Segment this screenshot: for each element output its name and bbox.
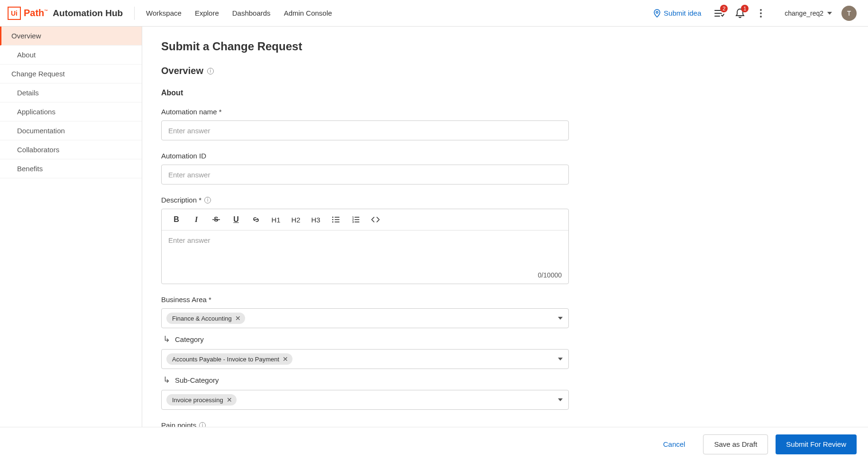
chevron-down-icon xyxy=(827,12,832,15)
avatar[interactable]: T xyxy=(841,6,857,21)
input-automation-name[interactable] xyxy=(161,120,569,140)
info-icon[interactable]: i xyxy=(204,197,211,203)
logo[interactable]: Ui Path™ Automation Hub xyxy=(8,7,123,20)
chip-remove-icon[interactable]: ✕ xyxy=(282,355,289,363)
chip-label: Accounts Payable - Invoice to Payment xyxy=(172,356,279,363)
section-overview-title: Overview i xyxy=(161,65,849,76)
description-char-counter: 0/10000 xyxy=(162,268,568,284)
cancel-button[interactable]: Cancel xyxy=(653,434,696,454)
nav-workspace[interactable]: Workspace xyxy=(146,9,182,17)
sidebar-item-applications[interactable]: Applications xyxy=(0,102,142,121)
rte-h1-button[interactable]: H1 xyxy=(266,212,286,227)
submit-idea-label: Submit idea xyxy=(664,9,701,17)
body: Overview About Change Request Details Ap… xyxy=(0,27,868,427)
svg-text:3: 3 xyxy=(352,221,354,223)
subcategory-row: ↳ Sub-Category xyxy=(163,375,569,385)
rte-code-button[interactable] xyxy=(365,212,385,227)
chevron-down-icon xyxy=(558,398,563,401)
nav-explore[interactable]: Explore xyxy=(195,9,219,17)
notif-badge: 1 xyxy=(741,5,749,12)
top-bar: Ui Path™ Automation Hub Workspace Explor… xyxy=(0,0,868,27)
description-textarea[interactable]: Enter answer xyxy=(162,230,568,268)
subsection-about-title: About xyxy=(161,89,849,97)
rte-link-button[interactable] xyxy=(246,212,266,227)
tasks-icon[interactable]: 2 xyxy=(713,7,726,20)
nav-admin-console[interactable]: Admin Console xyxy=(284,9,332,17)
logo-path: Path xyxy=(24,8,44,18)
field-business-area: Business Area * Finance & Accounting ✕ ↳… xyxy=(161,295,569,410)
logo-mark-icon: Ui xyxy=(8,7,21,20)
input-automation-id[interactable] xyxy=(161,165,569,184)
save-draft-button[interactable]: Save as Draft xyxy=(703,434,768,454)
sidebar-item-documentation[interactable]: Documentation xyxy=(0,121,142,140)
field-automation-id: Automation ID xyxy=(161,152,569,184)
chip-remove-icon[interactable]: ✕ xyxy=(226,396,233,404)
svg-point-4 xyxy=(332,219,334,221)
svg-point-0 xyxy=(656,11,658,13)
label-pain-points: Pain points i xyxy=(161,421,569,427)
svg-point-3 xyxy=(332,217,334,218)
description-editor: B I S U H1 H2 H3 123 xyxy=(161,209,569,284)
chevron-down-icon xyxy=(558,358,563,360)
nav-dashboards[interactable]: Dashboards xyxy=(232,9,271,17)
page-title: Submit a Change Request xyxy=(161,40,849,53)
select-subcategory[interactable]: Invoice processing ✕ xyxy=(161,390,569,410)
rte-italic-button[interactable]: I xyxy=(186,212,206,227)
rte-toolbar: B I S U H1 H2 H3 123 xyxy=(162,209,568,230)
chip-remove-icon[interactable]: ✕ xyxy=(235,314,241,322)
more-menu-icon[interactable] xyxy=(754,7,767,20)
rte-h3-button[interactable]: H3 xyxy=(306,212,326,227)
bell-icon[interactable]: 1 xyxy=(733,7,747,20)
label-pain-points-text: Pain points xyxy=(161,421,196,427)
label-business-area: Business Area * xyxy=(161,295,569,304)
rte-strike-button[interactable]: S xyxy=(206,212,226,227)
user-menu[interactable]: change_req2 xyxy=(785,9,832,17)
footer-bar: Cancel Save as Draft Submit For Review xyxy=(0,427,868,461)
chip-subcategory-0: Invoice processing ✕ xyxy=(166,394,237,406)
sidebar-item-collaborators[interactable]: Collaborators xyxy=(0,140,142,159)
label-subcategory: Sub-Category xyxy=(175,376,219,384)
chip-label: Invoice processing xyxy=(172,396,223,404)
submit-for-review-button[interactable]: Submit For Review xyxy=(776,434,857,454)
sidebar-item-overview[interactable]: Overview xyxy=(0,27,142,46)
rte-underline-glyph: U xyxy=(233,215,239,224)
label-description: Description * i xyxy=(161,196,569,204)
info-icon[interactable]: i xyxy=(207,68,214,74)
svg-text:S: S xyxy=(214,215,218,223)
field-pain-points: Pain points i xyxy=(161,421,569,427)
chevron-down-icon xyxy=(558,317,563,320)
rte-ul-button[interactable] xyxy=(326,212,346,227)
arrow-sub-icon: ↳ xyxy=(163,375,170,385)
sidebar-item-details[interactable]: Details xyxy=(0,83,142,102)
logo-product-name: Automation Hub xyxy=(53,8,123,18)
logo-text: Path™ xyxy=(24,8,48,18)
rte-bold-button[interactable]: B xyxy=(166,212,186,227)
section-overview-label: Overview xyxy=(161,65,203,76)
field-automation-name: Automation name * xyxy=(161,108,569,140)
sidebar-item-change-request[interactable]: Change Request xyxy=(0,65,142,83)
sidebar-item-about[interactable]: About xyxy=(0,46,142,65)
info-icon[interactable]: i xyxy=(199,422,206,427)
arrow-sub-icon: ↳ xyxy=(163,334,170,344)
select-category[interactable]: Accounts Payable - Invoice to Payment ✕ xyxy=(161,349,569,369)
svg-point-5 xyxy=(332,221,334,223)
select-business-area[interactable]: Finance & Accounting ✕ xyxy=(161,308,569,328)
sidebar-item-benefits[interactable]: Benefits xyxy=(0,159,142,178)
pin-icon xyxy=(653,9,661,18)
divider xyxy=(134,7,135,20)
username-label: change_req2 xyxy=(785,9,823,17)
top-nav: Workspace Explore Dashboards Admin Conso… xyxy=(146,9,332,17)
rte-h2-button[interactable]: H2 xyxy=(286,212,306,227)
chip-category-0: Accounts Payable - Invoice to Payment ✕ xyxy=(166,353,292,365)
chip-label: Finance & Accounting xyxy=(172,315,232,322)
rte-underline-button[interactable]: U xyxy=(226,212,246,227)
submit-idea-link[interactable]: Submit idea xyxy=(653,9,701,18)
label-description-text: Description * xyxy=(161,196,201,204)
field-description: Description * i B I S U H1 H2 H3 xyxy=(161,196,569,284)
tasks-badge: 2 xyxy=(720,5,728,12)
sidebar: Overview About Change Request Details Ap… xyxy=(0,27,142,427)
main-content: Submit a Change Request Overview i About… xyxy=(142,27,868,427)
tm-icon: ™ xyxy=(44,9,48,13)
rte-ol-button[interactable]: 123 xyxy=(346,212,365,227)
chip-business-area-0: Finance & Accounting ✕ xyxy=(166,313,245,324)
